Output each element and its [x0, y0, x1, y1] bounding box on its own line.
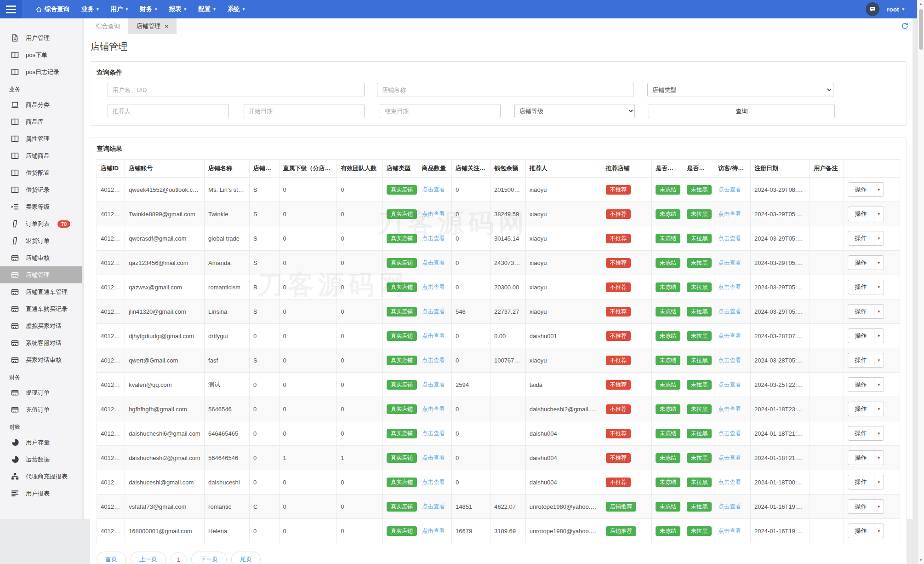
chevron-down-icon[interactable]: ▾ [874, 500, 884, 513]
refresh-icon[interactable] [901, 22, 909, 32]
action-button[interactable]: 操作▾ [848, 450, 884, 465]
chevron-down-icon[interactable]: ▾ [874, 231, 884, 245]
nav-item-user[interactable]: 用户▾ [111, 5, 128, 13]
sidebar-item-user-stock[interactable]: 用户存量 [0, 434, 82, 451]
pagination-first[interactable]: 首页 [97, 552, 126, 564]
goods-view-link[interactable]: 点击查看 [422, 308, 445, 315]
nav-item-report[interactable]: 报表▾ [169, 5, 187, 13]
visitor-view-link[interactable]: 点击查看 [718, 503, 741, 510]
menu-toggle-button[interactable] [0, 0, 22, 18]
action-button[interactable]: 操作▾ [848, 475, 884, 489]
visitor-view-link[interactable]: 点击查看 [718, 333, 741, 339]
sidebar-item-loan-record[interactable]: 借贷记录 [0, 181, 82, 198]
action-button[interactable]: 操作▾ [848, 304, 884, 319]
sidebar-item-buyer-chat-audit[interactable]: 买家对话审核 [0, 351, 82, 368]
chevron-down-icon[interactable]: ▾ [874, 378, 884, 391]
sidebar-item-order-list[interactable]: 订单列表70 [0, 215, 82, 232]
action-button[interactable]: 操作▾ [848, 231, 884, 246]
username-input[interactable] [108, 83, 365, 97]
chevron-down-icon[interactable]: ▾ [874, 329, 884, 343]
sidebar-item-operation-data[interactable]: 运营数据 [0, 451, 82, 468]
tab-general-query[interactable]: 综合查询 [88, 18, 128, 34]
goods-view-link[interactable]: 点击查看 [422, 381, 445, 388]
shop-type-select[interactable]: 店铺类型 [647, 83, 833, 97]
visitor-view-link[interactable]: 点击查看 [718, 308, 741, 315]
visitor-view-link[interactable]: 点击查看 [718, 284, 741, 290]
sidebar-item-recharge-order[interactable]: 充值订单 [0, 401, 82, 418]
sidebar-item-shop-goods[interactable]: 店铺商品 [0, 147, 82, 164]
tab-shop-management[interactable]: 店铺管理✕ [128, 18, 177, 34]
goods-view-link[interactable]: 点击查看 [422, 406, 445, 412]
action-button[interactable]: 操作▾ [848, 280, 884, 294]
goods-view-link[interactable]: 点击查看 [422, 357, 445, 363]
scroll-down-icon[interactable]: ▼ [918, 558, 924, 562]
sidebar-item-system-service-chat[interactable]: 系统客服对话 [0, 334, 82, 351]
chevron-down-icon[interactable]: ▾ [874, 402, 884, 416]
scroll-up-icon[interactable]: ▲ [918, 2, 924, 6]
action-button[interactable]: 操作▾ [848, 426, 884, 441]
sidebar-item-attribute-management[interactable]: 属性管理 [0, 130, 82, 147]
user-menu[interactable]: root ▾ [887, 6, 904, 13]
query-button[interactable]: 查询 [649, 104, 835, 118]
chevron-down-icon[interactable]: ▾ [874, 426, 884, 440]
visitor-view-link[interactable]: 点击查看 [718, 455, 741, 461]
visitor-view-link[interactable]: 点击查看 [718, 259, 741, 266]
end-date-input[interactable] [380, 104, 501, 118]
shop-name-input[interactable] [377, 83, 633, 97]
visitor-view-link[interactable]: 点击查看 [718, 406, 741, 412]
goods-view-link[interactable]: 点击查看 [422, 455, 445, 461]
goods-view-link[interactable]: 点击查看 [422, 479, 445, 485]
nav-item-general-query[interactable]: 综合查询 [36, 5, 69, 13]
action-button[interactable]: 操作▾ [848, 255, 884, 270]
sidebar-item-agent-recharge-report[interactable]: 代理商充提报表 [0, 468, 82, 485]
goods-view-link[interactable]: 点击查看 [422, 186, 445, 193]
pagination-prev[interactable]: 上一页 [131, 552, 166, 564]
action-button[interactable]: 操作▾ [848, 328, 884, 343]
sidebar-item-virtual-buyer-chat[interactable]: 虚拟买家对话 [0, 317, 82, 334]
chevron-down-icon[interactable]: ▾ [874, 475, 884, 489]
sidebar-item-train-purchase-record[interactable]: 直通车购买记录 [0, 300, 82, 317]
action-button[interactable]: 操作▾ [848, 377, 884, 392]
visitor-view-link[interactable]: 点击查看 [718, 528, 741, 534]
scrollbar-thumb[interactable] [919, 9, 923, 50]
sidebar-item-shop-train-management[interactable]: 店铺直通车管理 [0, 283, 82, 300]
sidebar-item-goods-library[interactable]: 商品库 [0, 113, 82, 130]
sidebar-item-loan-config[interactable]: 借贷配置 [0, 164, 82, 181]
action-button[interactable]: 操作▾ [848, 402, 884, 416]
visitor-view-link[interactable]: 点击查看 [718, 211, 741, 217]
chevron-down-icon[interactable]: ▾ [874, 183, 884, 196]
goods-view-link[interactable]: 点击查看 [422, 430, 445, 437]
sidebar-item-goods-category[interactable]: 商品分类 [0, 96, 82, 113]
visitor-view-link[interactable]: 点击查看 [718, 357, 741, 363]
sidebar-item-withdraw-order[interactable]: 提现订单 [0, 384, 82, 401]
chevron-down-icon[interactable]: ▾ [874, 353, 884, 367]
pagination-last[interactable]: 尾页 [231, 552, 261, 564]
chevron-down-icon[interactable]: ▾ [874, 207, 884, 221]
action-button[interactable]: 操作▾ [848, 499, 884, 514]
chat-button[interactable] [866, 2, 879, 16]
goods-view-link[interactable]: 点击查看 [422, 503, 445, 510]
visitor-view-link[interactable]: 点击查看 [718, 235, 741, 242]
action-button[interactable]: 操作▾ [848, 353, 884, 368]
goods-view-link[interactable]: 点击查看 [422, 528, 445, 534]
shop-level-select[interactable]: 店铺等级 [514, 104, 635, 118]
goods-view-link[interactable]: 点击查看 [422, 284, 445, 290]
chevron-down-icon[interactable]: ▾ [874, 451, 884, 465]
pagination-page-1[interactable]: 1 [171, 552, 187, 564]
sidebar-item-pos-order[interactable]: pos下单 [0, 46, 82, 63]
sidebar-item-shop-audit[interactable]: 店铺审核 [0, 249, 82, 266]
visitor-view-link[interactable]: 点击查看 [718, 430, 741, 437]
action-button[interactable]: 操作▾ [848, 207, 884, 221]
sidebar-item-return-order[interactable]: 退货订单 [0, 232, 82, 249]
action-button[interactable]: 操作▾ [848, 524, 884, 538]
chevron-down-icon[interactable]: ▾ [874, 280, 884, 294]
visitor-view-link[interactable]: 点击查看 [718, 186, 741, 193]
nav-item-finance[interactable]: 财务▾ [140, 5, 157, 13]
sidebar-item-shop-management[interactable]: 店铺管理 [0, 266, 82, 283]
visitor-view-link[interactable]: 点击查看 [718, 381, 741, 388]
sidebar-item-user-report[interactable]: 用户报表 [0, 485, 82, 502]
close-icon[interactable]: ✕ [165, 24, 168, 29]
goods-view-link[interactable]: 点击查看 [422, 333, 445, 339]
pagination-next[interactable]: 下一页 [191, 552, 227, 564]
sidebar-item-user-management[interactable]: 用户管理 [0, 29, 82, 46]
